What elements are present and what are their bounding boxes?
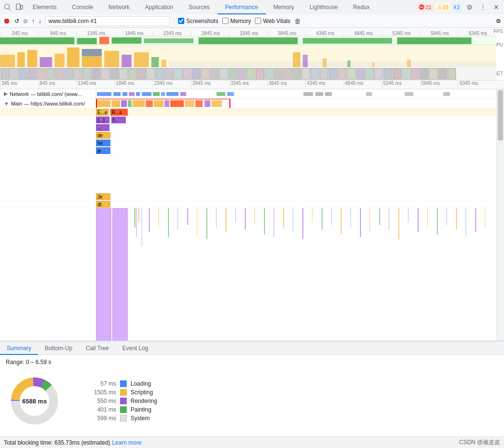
main-label-text: Main — https://www.bilibili.com/ (11, 101, 85, 106)
record-icon[interactable]: ⏺ (3, 17, 11, 25)
bottom-tabs: Summary Bottom-Up Call Tree Event Log (0, 342, 504, 355)
call-block-rs[interactable]: R...s (110, 109, 128, 116)
svg-rect-66 (158, 208, 159, 227)
call-block-he[interactable]: he (96, 140, 110, 146)
tick2-5: 2845 ms (191, 81, 229, 89)
right-scrollbar[interactable] (496, 89, 504, 341)
svg-rect-47 (443, 92, 450, 96)
network-row[interactable]: ▶ Network — bilibili.com/ (www... (0, 89, 496, 99)
call-block-f[interactable]: f... (111, 117, 126, 123)
call-label-dt: dt (97, 202, 101, 207)
call-row-4: he (0, 139, 496, 147)
main-row[interactable]: ▼ Main — https://www.bilibili.com/ (0, 99, 496, 108)
screenshots-checkbox-group[interactable]: Screenshots (178, 18, 218, 24)
download-icon[interactable]: ↓ (38, 18, 41, 24)
tab-lighthouse[interactable]: Lighthouse (302, 0, 346, 14)
learn-more-link[interactable]: Learn more (112, 439, 141, 446)
call-label: E...e (97, 110, 108, 115)
svg-rect-40 (216, 92, 225, 96)
screenshots-checkbox[interactable] (178, 18, 184, 24)
svg-rect-17 (82, 49, 102, 56)
tab-elements[interactable]: Elements (25, 0, 64, 14)
network-expand-icon[interactable]: ▶ (4, 91, 8, 97)
call-block-Je[interactable]: Je (96, 193, 110, 200)
tab-performance[interactable]: Performance (217, 0, 266, 14)
main-expand-icon[interactable]: ▼ (4, 101, 9, 106)
donut-total-ms: 6588 ms (22, 398, 47, 405)
call-block-ewe[interactable]: E...e (96, 109, 108, 116)
svg-rect-45 (366, 92, 372, 96)
warning-badge[interactable]: ⚠ 15 (435, 3, 450, 12)
upload-icon[interactable]: ↑ (32, 18, 35, 24)
info-badge[interactable]: ℹ 2 (452, 3, 462, 12)
tab-summary[interactable]: Summary (0, 342, 38, 355)
call-block-paren[interactable]: (...) (96, 117, 109, 123)
error-count: 21 (425, 4, 431, 10)
legend-system: 599 ms System (83, 415, 157, 422)
network-row-label[interactable]: ▶ Network — bilibili.com/ (www... (0, 89, 96, 98)
flame-chart-area[interactable]: ▶ Network — bilibili.com/ (www... (0, 89, 504, 341)
tick-0: 345 ms (0, 31, 38, 36)
memory-checkbox[interactable] (222, 18, 228, 24)
call-block-dots[interactable]: ... (96, 124, 109, 131)
inspect-icon[interactable] (2, 1, 13, 13)
status-bar: Total blocking time: 635.73ms (estimated… (0, 436, 504, 448)
clear-icon[interactable]: 🗑 (294, 17, 301, 25)
error-icon: ⛔ (419, 4, 424, 10)
screenshots-row (0, 67, 496, 81)
tab-memory[interactable]: Memory (266, 0, 302, 14)
tab-bottom-up[interactable]: Bottom-Up (38, 342, 79, 355)
tick2-4: 2345 ms (153, 81, 191, 89)
svg-rect-86 (350, 208, 351, 227)
reload-record-icon[interactable]: ↺ (14, 18, 19, 24)
url-input[interactable] (45, 16, 170, 26)
device-toggle-icon[interactable] (13, 1, 25, 13)
tick2-1: 845 ms (38, 81, 77, 89)
tick2-3: 1845 ms (115, 81, 153, 89)
tab-sources[interactable]: Sources (181, 0, 217, 14)
call-block-dt[interactable]: dt (96, 201, 110, 208)
close-icon[interactable]: ✕ (491, 1, 502, 13)
main-row-label[interactable]: ▼ Main — https://www.bilibili.com/ (0, 99, 96, 108)
timeline-overview[interactable]: 345 ms 845 ms 1345 ms 1845 ms 2345 ms 28… (0, 28, 504, 81)
more-icon[interactable]: ⋮ (477, 1, 489, 13)
warning-icon: ⚠ (437, 4, 442, 10)
tab-event-log[interactable]: Event Log (116, 342, 155, 355)
svg-rect-73 (226, 208, 227, 232)
web-vitals-checkbox-group[interactable]: Web Vitals (255, 18, 290, 24)
svg-rect-25 (303, 55, 308, 67)
tab-call-tree[interactable]: Call Tree (79, 342, 116, 355)
settings-perf-icon[interactable]: ⚙ (496, 18, 501, 24)
error-badge[interactable]: ⛔ 21 (417, 3, 433, 12)
svg-rect-65 (149, 208, 150, 232)
call-block-je[interactable]: je (96, 147, 110, 154)
scripting-ms: 1505 ms (83, 389, 116, 396)
tab-network[interactable]: Network (101, 0, 137, 14)
call-bulk-area (0, 208, 496, 341)
svg-rect-15 (67, 47, 80, 67)
svg-rect-59 (204, 100, 210, 107)
web-vitals-checkbox[interactable] (255, 18, 261, 24)
svg-rect-13 (40, 57, 52, 67)
scrollbar-thumb[interactable] (498, 90, 503, 141)
painting-color (120, 406, 127, 413)
call-label-he: he (97, 141, 103, 146)
svg-rect-95 (437, 208, 438, 235)
memory-checkbox-group[interactable]: Memory (222, 18, 251, 24)
svg-rect-24 (293, 52, 300, 67)
svg-rect-14 (55, 54, 65, 67)
stop-icon[interactable]: ⊘ (23, 18, 28, 24)
network-bars (96, 89, 496, 98)
tab-application[interactable]: Application (137, 0, 181, 14)
tick2-2: 1345 ms (76, 81, 115, 89)
svg-rect-61 (134, 208, 135, 227)
svg-rect-68 (178, 208, 178, 230)
svg-rect-42 (303, 92, 313, 96)
svg-rect-84 (331, 208, 332, 225)
call-block-de[interactable]: de (96, 132, 110, 139)
settings-icon[interactable]: ⚙ (464, 1, 475, 13)
tab-console[interactable]: Console (64, 0, 101, 14)
svg-rect-57 (185, 100, 194, 107)
tab-redux[interactable]: Redux (346, 0, 378, 14)
svg-rect-21 (151, 57, 159, 67)
